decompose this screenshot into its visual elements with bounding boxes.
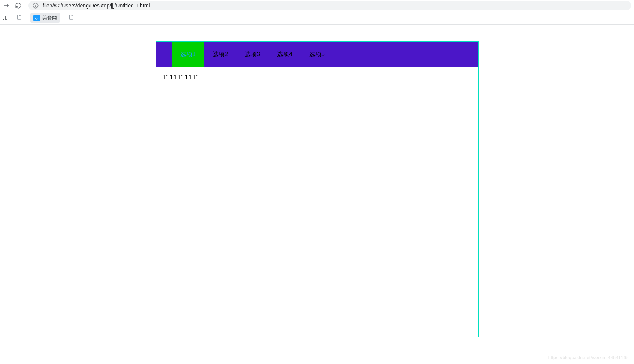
tab-option-1[interactable]: 选项1 bbox=[172, 42, 204, 67]
bookmark-blank-1[interactable] bbox=[13, 13, 25, 23]
tab-option-3[interactable]: 选项3 bbox=[237, 42, 269, 67]
bookmark-food[interactable]: ◡ 美食网 bbox=[30, 13, 60, 23]
forward-icon[interactable] bbox=[3, 2, 10, 9]
tab-bar: 选项1 选项2 选项3 选项4 选项5 bbox=[156, 42, 478, 67]
tab-option-5[interactable]: 选项5 bbox=[301, 42, 333, 67]
address-bar[interactable]: file:///C:/Users/deng/Desktop/jjj/Untitl… bbox=[28, 1, 631, 10]
browser-toolbar: file:///C:/Users/deng/Desktop/jjj/Untitl… bbox=[0, 0, 634, 11]
tab-option-4[interactable]: 选项4 bbox=[269, 42, 301, 67]
app-icon: ◡ bbox=[33, 15, 40, 21]
bookmarks-bar: 用 ◡ 美食网 bbox=[0, 11, 634, 25]
tab-content: 1111111111 bbox=[156, 67, 478, 337]
bookmark-food-label: 美食网 bbox=[42, 15, 57, 21]
page-viewport: 选项1 选项2 选项3 选项4 选项5 1111111111 bbox=[0, 25, 634, 337]
url-text: file:///C:/Users/deng/Desktop/jjj/Untitl… bbox=[43, 3, 150, 9]
bookmark-blank-2[interactable] bbox=[65, 13, 77, 23]
browser-chrome: file:///C:/Users/deng/Desktop/jjj/Untitl… bbox=[0, 0, 634, 25]
info-icon bbox=[32, 2, 39, 9]
file-icon bbox=[16, 14, 22, 22]
tab-container: 选项1 选项2 选项3 选项4 选项5 1111111111 bbox=[156, 41, 479, 337]
tab-option-2[interactable]: 选项2 bbox=[204, 42, 237, 67]
bookmark-apps[interactable]: 用 bbox=[3, 15, 8, 21]
file-icon bbox=[68, 14, 74, 22]
reload-icon[interactable] bbox=[15, 2, 22, 9]
